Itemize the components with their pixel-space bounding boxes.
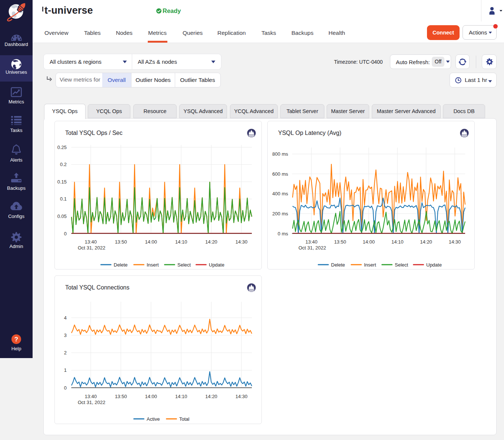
svg-text:Oct 31, 2022: Oct 31, 2022 [298,245,326,251]
svg-text:14:20: 14:20 [205,239,217,245]
svg-text:800 ms: 800 ms [272,151,288,157]
svg-text:0.1: 0.1 [60,196,67,202]
svg-text:14:10: 14:10 [391,239,404,245]
svg-text:Total YSQL Ops / Sec: Total YSQL Ops / Sec [65,130,123,136]
svg-text:13:50: 13:50 [334,239,346,245]
svg-text:13:50: 13:50 [115,394,127,399]
svg-text:0.15: 0.15 [57,179,67,185]
svg-text:3: 3 [64,333,67,338]
svg-text:Total YSQL Connections: Total YSQL Connections [65,284,129,291]
svg-text:600 ms: 600 ms [272,171,288,177]
svg-text:14:00: 14:00 [145,394,157,399]
svg-text:400 ms: 400 ms [272,191,288,196]
svg-text:14:00: 14:00 [363,239,375,245]
svg-text:Active: Active [147,416,160,422]
svg-text:13:40: 13:40 [85,394,97,399]
svg-text:0 ms: 0 ms [278,231,288,236]
svg-text:13:40: 13:40 [306,239,318,245]
svg-text:0.25: 0.25 [57,145,67,150]
svg-text:0: 0 [64,385,67,391]
svg-text:4: 4 [64,315,67,321]
svg-text:13:40: 13:40 [85,239,97,245]
svg-text:Oct 31, 2022: Oct 31, 2022 [78,400,105,405]
svg-text:14:20: 14:20 [420,239,432,245]
svg-text:0.2: 0.2 [60,162,67,167]
svg-text:Oct 31, 2022: Oct 31, 2022 [78,245,105,251]
svg-text:14:30: 14:30 [236,394,248,399]
svg-text:13:50: 13:50 [115,239,127,245]
svg-text:Update: Update [209,262,224,268]
svg-text:14:10: 14:10 [175,394,187,399]
svg-text:1: 1 [64,367,67,373]
svg-text:14:00: 14:00 [145,239,157,245]
svg-text:0.05: 0.05 [57,214,67,219]
svg-text:2: 2 [64,350,67,355]
svg-text:14:10: 14:10 [175,239,187,245]
svg-text:?: ? [14,336,18,343]
svg-text:Insert: Insert [147,262,159,268]
svg-text:YSQL Op Latency (Avg): YSQL Op Latency (Avg) [278,130,341,136]
svg-text:14:20: 14:20 [205,394,217,399]
svg-text:Total: Total [179,416,190,422]
svg-text:0: 0 [64,231,67,236]
svg-text:Insert: Insert [364,262,376,268]
svg-text:Delete: Delete [331,262,345,268]
svg-text:Select: Select [395,262,408,268]
svg-text:Delete: Delete [114,262,128,268]
svg-text:14:30: 14:30 [449,239,461,245]
svg-text:14:30: 14:30 [236,239,248,245]
svg-text:Select: Select [177,262,191,268]
svg-text:200 ms: 200 ms [272,211,288,216]
svg-text:Update: Update [426,262,442,268]
